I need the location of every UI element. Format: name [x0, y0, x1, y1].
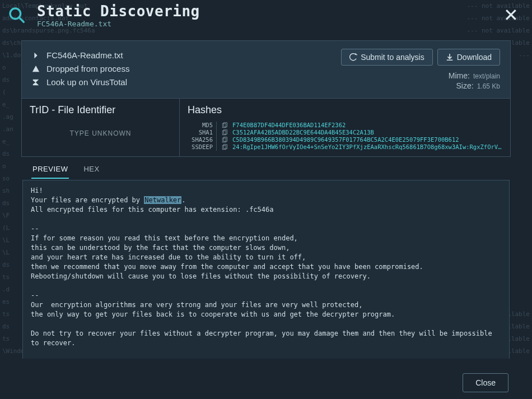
refresh-icon [349, 53, 357, 61]
size-row: Size: 1.65 Kb [456, 81, 501, 90]
modal-footer: Close [21, 359, 511, 395]
hashes-title: Hashes [188, 104, 502, 116]
modal-mid: TrID - File Identifier TYPE UNKNOWN Hash… [21, 99, 511, 157]
warning-icon [32, 65, 40, 73]
svg-line-1 [19, 17, 24, 22]
filename-row[interactable]: FC546A-Readme.txt [32, 49, 341, 62]
hash-label: SSDEEP [188, 143, 217, 151]
copy-icon[interactable] [221, 137, 228, 143]
mime-value: text/plain [473, 72, 500, 80]
chevron-right-icon [32, 52, 40, 59]
trid-title: TrID - File Identifier [30, 104, 171, 116]
file-info-modal: FC546A-Readme.txt Dropped from process L… [21, 40, 511, 395]
search-icon[interactable] [8, 6, 26, 24]
tab-preview[interactable]: PREVIEW [31, 163, 69, 179]
hash-value: 24:RgIpe1JHW6fOrVyIOe4+SnSeYo2IY3PfXjzEA… [232, 143, 502, 151]
close-icon[interactable]: ✕ [498, 2, 524, 28]
mime-row: Mime: text/plain [449, 71, 500, 80]
hash-value: C3512AFA42B5ADBD22BC9E644DA4B45E34C2A13B [232, 129, 374, 136]
filename-label: FC546A-Readme.txt [46, 49, 123, 62]
page-subtitle: FC546A-Readme.txt [37, 20, 498, 28]
tab-hex[interactable]: HEX [82, 163, 100, 179]
copy-icon[interactable] [221, 129, 228, 136]
modal-header: FC546A-Readme.txt Dropped from process L… [21, 40, 511, 99]
submit-label: Submit to analysis [361, 53, 424, 62]
hashes-panel: Hashes MD5F74E0B87DF4D44DFE036BAD114EF23… [180, 99, 510, 156]
highlight-netwalker: Netwalker [144, 196, 181, 204]
page-title: Static Discovering [37, 3, 498, 20]
size-value: 1.65 Kb [477, 82, 500, 90]
copy-icon[interactable] [221, 122, 228, 129]
trid-panel: TrID - File Identifier TYPE UNKNOWN [22, 99, 180, 156]
sigma-icon [32, 78, 40, 86]
mime-label: Mime: [449, 71, 470, 80]
dropped-row[interactable]: Dropped from process [32, 62, 341, 76]
size-label: Size: [456, 81, 474, 90]
dropped-label: Dropped from process [46, 62, 129, 76]
copy-icon[interactable] [221, 144, 228, 151]
tab-bar: PREVIEW HEX [21, 157, 511, 179]
virustotal-label: Look up on VirusTotal [46, 76, 127, 89]
svg-point-0 [10, 8, 21, 19]
hash-label: SHA256 [188, 136, 217, 143]
top-bar: Static Discovering FC546A-Readme.txt ✕ [0, 0, 532, 30]
trid-status: TYPE UNKNOWN [30, 122, 171, 141]
virustotal-row[interactable]: Look up on VirusTotal [32, 76, 341, 89]
hash-row: MD5F74E0B87DF4D44DFE036BAD114EF2362 [188, 122, 502, 129]
submit-analysis-button[interactable]: Submit to analysis [341, 49, 433, 66]
hash-row: SHA256C5D8349B966B380394D4989C9649357F01… [188, 136, 502, 143]
preview-content[interactable]: Hi! Your files are encrypted by Netwalke… [22, 180, 510, 359]
download-icon [446, 53, 454, 61]
hash-label: MD5 [188, 122, 217, 129]
hash-row: SHA1C3512AFA42B5ADBD22BC9E644DA4B45E34C2… [188, 129, 502, 136]
hash-value: C5D8349B966B380394D4989C9649357F017764BC… [232, 136, 459, 143]
download-button[interactable]: Download [437, 49, 500, 66]
close-button[interactable]: Close [463, 373, 508, 392]
hash-label: SHA1 [188, 129, 217, 136]
hash-value: F74E0B87DF4D44DFE036BAD114EF2362 [232, 122, 346, 129]
hash-row: SSDEEP24:RgIpe1JHW6fOrVyIOe4+SnSeYo2IY3P… [188, 143, 502, 151]
download-label: Download [457, 53, 492, 62]
